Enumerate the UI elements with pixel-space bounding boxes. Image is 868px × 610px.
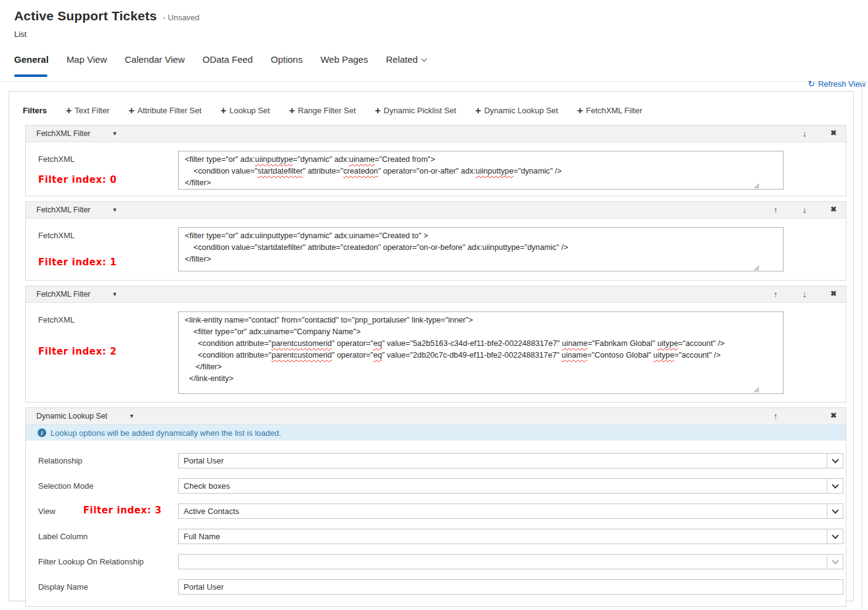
- fetchxml-field-label: FetchXML: [38, 315, 75, 324]
- fetchxml-code-editor[interactable]: <filter type="or" adx:uiinputtype="dynam…: [178, 227, 784, 271]
- filters-title: Filters: [23, 106, 47, 115]
- chevron-down-icon: [832, 557, 838, 564]
- content-edge-line: [862, 82, 862, 610]
- dropdown-button[interactable]: [827, 479, 843, 493]
- resize-grip-icon[interactable]: [753, 264, 760, 271]
- block-header: FetchXML Filter ▼ ↑ ↓ ✖: [26, 126, 846, 142]
- move-down-icon[interactable]: ↓: [799, 129, 810, 138]
- view-select[interactable]: Active Contacts: [178, 504, 843, 519]
- tab-options[interactable]: Options: [270, 54, 302, 68]
- tab-web-pages[interactable]: Web Pages: [320, 54, 368, 68]
- collapse-icon[interactable]: ▼: [112, 291, 118, 297]
- tab-general[interactable]: General: [14, 54, 49, 68]
- fetchxml-field-label: FetchXML: [38, 155, 75, 164]
- chevron-down-icon: [832, 532, 838, 539]
- app-header: Active Support Tickets - Unsaved List Ge…: [0, 0, 868, 91]
- field-row-filter-lookup-on-relationship: Filter Lookup On Relationship: [26, 549, 846, 574]
- add-fetchxml-filter-button[interactable]: + FetchXML Filter: [577, 106, 643, 115]
- add-dynamic-picklist-set-button[interactable]: + Dynamic Picklist Set: [375, 106, 456, 115]
- tab-divider: [0, 81, 868, 82]
- chevron-down-icon: [832, 507, 838, 513]
- fetchxml-field-label: FetchXML: [38, 231, 75, 240]
- tab-map-view[interactable]: Map View: [67, 54, 107, 68]
- dropdown-button[interactable]: [827, 529, 843, 544]
- tab-related[interactable]: Related: [386, 54, 426, 68]
- filter-index-annotation: Filter index: 1: [38, 257, 117, 268]
- delete-icon[interactable]: ✖: [828, 289, 839, 299]
- plus-icon: +: [289, 107, 294, 114]
- filter-index-annotation: Filter index: 3: [83, 505, 162, 516]
- collapse-icon[interactable]: ▼: [129, 413, 134, 419]
- dropdown-button: [827, 555, 843, 569]
- plus-icon: +: [221, 107, 226, 114]
- delete-icon[interactable]: ✖: [828, 205, 839, 215]
- relationship-select[interactable]: Portal User: [178, 453, 843, 468]
- filter-lookup-on-relationship-select[interactable]: [178, 554, 843, 569]
- tab-bar: General Map View Calendar View OData Fee…: [14, 54, 426, 68]
- tab-calendar-view[interactable]: Calendar View: [124, 54, 184, 68]
- block-header: FetchXML Filter ▼ ↑ ↓ ✖: [26, 286, 846, 303]
- move-up-icon[interactable]: ↑: [770, 289, 781, 299]
- entity-type-label: List: [14, 30, 26, 39]
- label-column-select[interactable]: Full Name: [178, 529, 843, 544]
- resize-grip-icon[interactable]: [753, 386, 760, 393]
- field-row-display-name: Display Name: [26, 574, 846, 600]
- info-icon: i: [38, 428, 46, 437]
- plus-icon: +: [577, 107, 583, 114]
- plus-icon: +: [66, 107, 71, 114]
- page-title: Active Support Tickets: [14, 9, 157, 23]
- field-row-relationship: Relationship Portal User: [26, 448, 846, 473]
- plus-icon: +: [129, 107, 134, 114]
- move-down-icon[interactable]: ↓: [799, 289, 810, 299]
- dynamic-lookup-set-block: Dynamic Lookup Set ▼ ↑ ↓ ✖ i Lookup opti…: [25, 407, 846, 607]
- filter-index-annotation: Filter index: 0: [38, 174, 117, 185]
- collapse-icon[interactable]: ▼: [112, 130, 118, 137]
- move-up-icon[interactable]: ↑: [770, 205, 781, 215]
- add-attribute-filter-set-button[interactable]: + Attribute Filter Set: [129, 106, 201, 115]
- fetchxml-filter-block-2: FetchXML Filter ▼ ↑ ↓ ✖ FetchXML Filter …: [25, 286, 846, 403]
- add-range-filter-set-button[interactable]: + Range Filter Set: [289, 106, 355, 115]
- add-lookup-set-button[interactable]: + Lookup Set: [221, 106, 270, 115]
- block-header: Dynamic Lookup Set ▼ ↑ ↓ ✖: [26, 408, 846, 425]
- plus-icon: +: [375, 107, 381, 114]
- unsaved-indicator: - Unsaved: [163, 13, 200, 22]
- resize-grip-icon[interactable]: [753, 182, 760, 189]
- chevron-down-icon: [421, 55, 428, 62]
- fetchxml-code-editor[interactable]: <link-entity name="contact" from="contac…: [178, 311, 784, 394]
- refresh-view-link[interactable]: ↻ Refresh View: [808, 79, 866, 88]
- tab-odata-feed[interactable]: OData Feed: [203, 54, 253, 68]
- chevron-down-icon: [832, 481, 838, 488]
- delete-icon[interactable]: ✖: [828, 129, 839, 138]
- fetchxml-code-editor[interactable]: <filter type="or" adx:uiinputtype="dynam…: [178, 151, 784, 190]
- dropdown-button[interactable]: [827, 454, 843, 468]
- field-row-label-column: Label Column Full Name: [26, 524, 846, 549]
- add-dynamic-lookup-set-button[interactable]: + Dynamic Lookup Set: [476, 106, 558, 115]
- chevron-down-icon: [832, 456, 838, 463]
- plus-icon: +: [476, 107, 481, 114]
- add-text-filter-button[interactable]: + Text Filter: [66, 106, 110, 115]
- refresh-icon: ↻: [808, 79, 815, 88]
- field-row-selection-mode: Selection Mode Check boxes: [26, 473, 846, 499]
- move-up-icon[interactable]: ↑: [770, 411, 781, 421]
- delete-icon[interactable]: ✖: [828, 411, 839, 421]
- fetchxml-filter-block-1: FetchXML Filter ▼ ↑ ↓ ✖ FetchXML Filter …: [25, 201, 846, 281]
- move-down-icon[interactable]: ↓: [799, 205, 810, 215]
- fetchxml-filter-block-0: FetchXML Filter ▼ ↑ ↓ ✖ FetchXML Filter …: [25, 125, 846, 196]
- block-header: FetchXML Filter ▼ ↑ ↓ ✖: [26, 202, 846, 219]
- dropdown-button[interactable]: [827, 504, 843, 518]
- filters-panel: Filters + Text Filter + Attribute Filter…: [9, 91, 854, 601]
- collapse-icon[interactable]: ▼: [112, 207, 118, 213]
- info-banner: i Lookup options will be added dynamical…: [26, 425, 846, 441]
- display-name-input[interactable]: [178, 579, 843, 595]
- field-row-view: View Filter index: 3 Active Contacts: [26, 499, 846, 524]
- filters-toolbar: Filters + Text Filter + Attribute Filter…: [9, 92, 853, 119]
- selection-mode-select[interactable]: Check boxes: [178, 478, 843, 494]
- filter-index-annotation: Filter index: 2: [38, 346, 117, 357]
